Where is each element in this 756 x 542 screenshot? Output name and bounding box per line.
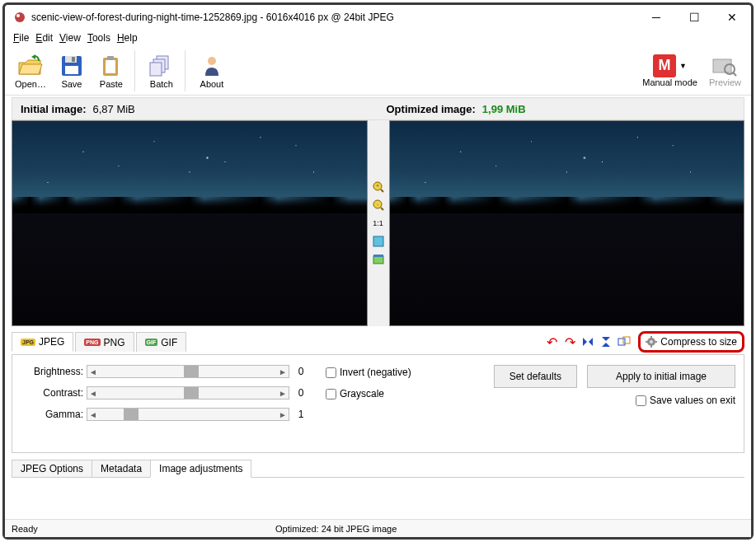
bottom-tabs: JPEG Options Metadata Image adjustments: [12, 456, 744, 478]
titlebar: scenic-view-of-forest-during-night-time-…: [5, 5, 751, 30]
fit-image-icon[interactable]: [372, 235, 385, 248]
adjustments-panel: Brightness: ◄► 0 Contrast: ◄► 0 Gamma: ◄…: [12, 354, 744, 453]
statusbar: Ready Optimized: 24 bit JPEG image: [5, 519, 751, 537]
size-info-bar: Initial image: 6,87 MiB Optimized image:…: [12, 97, 744, 120]
gamma-slider[interactable]: ◄►: [87, 408, 289, 421]
svg-text:+: +: [375, 183, 378, 189]
zoom-tools: + - 1:1: [368, 120, 389, 326]
optimized-image-panel[interactable]: [389, 120, 745, 326]
open-folder-icon: [17, 53, 44, 79]
svg-point-33: [650, 340, 653, 343]
initial-image-panel[interactable]: [12, 120, 368, 326]
status-ready: Ready: [12, 524, 275, 534]
tab-png[interactable]: PNGPNG: [75, 332, 134, 352]
menu-file[interactable]: File: [13, 32, 29, 44]
image-compare: + - 1:1: [12, 120, 744, 326]
tab-image-adjustments[interactable]: Image adjustments: [150, 460, 251, 478]
initial-label: Initial image:: [21, 103, 86, 115]
save-on-exit-checkbox[interactable]: Save values on exit: [636, 395, 735, 406]
svg-rect-9: [107, 56, 114, 60]
right-arrow-icon[interactable]: ►: [277, 367, 289, 376]
svg-rect-14: [713, 59, 731, 72]
svg-rect-6: [72, 57, 75, 62]
zoom-in-icon[interactable]: +: [372, 180, 385, 194]
tab-gif[interactable]: GIFGIF: [136, 332, 187, 352]
resize-icon[interactable]: [617, 334, 632, 349]
preview-button: Preview: [704, 53, 746, 89]
contrast-value: 0: [293, 387, 309, 399]
save-button[interactable]: Save: [53, 48, 91, 94]
tab-jpeg[interactable]: JPGJPEG: [12, 332, 73, 352]
zoom-1to1[interactable]: 1:1: [372, 217, 385, 230]
svg-marker-26: [583, 338, 587, 346]
brightness-slider[interactable]: ◄►: [87, 365, 289, 378]
svg-point-0: [15, 12, 25, 22]
toolbar: Open… Save Paste Batch About M▼ Manual m…: [5, 46, 751, 96]
window-title: scenic-view-of-forest-during-night-time-…: [31, 12, 637, 23]
rotate-ccw-icon[interactable]: ↶: [544, 334, 559, 349]
svg-rect-23: [373, 236, 383, 246]
floppy-disk-icon: [59, 53, 85, 79]
rotate-cw-icon[interactable]: ↷: [562, 334, 577, 349]
svg-point-1: [16, 14, 20, 17]
optimized-size: 1,99 MiB: [482, 103, 526, 115]
menu-edit[interactable]: Edit: [35, 32, 53, 44]
contrast-slider[interactable]: ◄►: [87, 386, 289, 399]
svg-rect-12: [150, 63, 162, 76]
fit-window-icon[interactable]: [372, 253, 385, 266]
left-arrow-icon[interactable]: ◄: [87, 389, 99, 398]
menu-help[interactable]: Help: [117, 32, 138, 44]
left-arrow-icon[interactable]: ◄: [87, 410, 99, 419]
svg-rect-24: [373, 256, 383, 264]
right-arrow-icon[interactable]: ►: [277, 410, 289, 419]
tab-metadata[interactable]: Metadata: [92, 460, 151, 478]
clipboard-icon: [98, 53, 124, 79]
about-button[interactable]: About: [193, 48, 231, 94]
flip-vertical-icon[interactable]: [599, 334, 613, 349]
zoom-out-icon[interactable]: -: [372, 199, 385, 212]
svg-marker-2: [31, 54, 35, 59]
app-window: scenic-view-of-forest-during-night-time-…: [2, 2, 754, 540]
optimized-label: Optimized image:: [387, 103, 476, 115]
menu-view[interactable]: View: [59, 32, 81, 44]
close-button[interactable]: ✕: [713, 5, 751, 30]
svg-rect-31: [623, 337, 630, 343]
open-button[interactable]: Open…: [10, 48, 51, 94]
set-defaults-button[interactable]: Set defaults: [494, 365, 577, 388]
separator: [185, 50, 189, 91]
contrast-label: Contrast:: [21, 387, 83, 399]
status-optimized: Optimized: 24 bit JPEG image: [275, 524, 397, 534]
menu-tools[interactable]: Tools: [87, 32, 110, 44]
paste-button[interactable]: Paste: [92, 48, 130, 94]
compress-to-size-button[interactable]: Compress to size: [638, 331, 744, 353]
mode-selector[interactable]: M▼ Manual mode: [637, 53, 702, 89]
gamma-label: Gamma:: [21, 409, 83, 420]
manual-mode-icon: M: [653, 54, 676, 77]
apply-button[interactable]: Apply to initial image: [587, 365, 735, 388]
png-icon: PNG: [84, 339, 100, 346]
initial-size: 6,87 MiB: [92, 103, 134, 115]
batch-button[interactable]: Batch: [143, 48, 181, 94]
chevron-down-icon: ▼: [679, 62, 687, 70]
svg-rect-8: [106, 60, 115, 73]
maximize-button[interactable]: ☐: [675, 5, 713, 30]
grayscale-checkbox[interactable]: Grayscale: [326, 388, 411, 399]
separator: [134, 50, 139, 91]
svg-rect-30: [618, 339, 625, 345]
left-arrow-icon[interactable]: ◄: [87, 367, 99, 376]
svg-marker-29: [602, 343, 610, 347]
minimize-button[interactable]: ─: [637, 5, 675, 30]
app-icon: [13, 11, 26, 24]
invert-checkbox[interactable]: Invert (negative): [326, 367, 411, 378]
magnifier-icon: [711, 54, 738, 77]
svg-line-18: [381, 189, 383, 192]
svg-point-13: [208, 57, 216, 65]
gif-icon: GIF: [145, 339, 158, 346]
batch-icon: [148, 53, 175, 79]
svg-rect-5: [65, 66, 78, 74]
flip-horizontal-icon[interactable]: [580, 334, 595, 349]
right-arrow-icon[interactable]: ►: [277, 389, 289, 398]
svg-line-21: [381, 208, 383, 210]
menubar: File Edit View Tools Help: [5, 30, 751, 46]
tab-jpeg-options[interactable]: JPEG Options: [12, 460, 92, 478]
